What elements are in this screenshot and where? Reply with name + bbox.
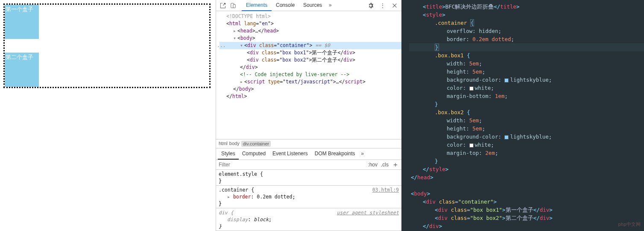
editor-line: color: white; — [409, 141, 644, 149]
device-toggle-icon[interactable] — [228, 0, 238, 11]
devtools-panel: Elements Console Sources » ⋮ <!DOCTYPE h… — [216, 0, 401, 231]
editor-line — [409, 181, 644, 190]
editor-line: } — [409, 157, 644, 165]
editor-line: border: 0.2em dotted; — [409, 35, 644, 43]
editor-line: <style> — [409, 11, 644, 19]
color-swatch-icon — [469, 86, 474, 91]
code-editor[interactable]: <title>BFC解决外边距折叠</title> <style> .conta… — [401, 0, 644, 231]
tab-sources[interactable]: Sources — [299, 0, 326, 11]
hov-toggle[interactable]: :hov — [368, 162, 378, 168]
crumb-html[interactable]: html — [219, 141, 228, 147]
editor-line: <div class="container"> — [409, 198, 644, 206]
editor-line: height: 5em; — [409, 68, 644, 76]
styles-tabs: Styles Computed Event Listeners DOM Brea… — [216, 148, 401, 160]
editor-line: </div> — [409, 222, 644, 230]
styles-body: element.style { } 03.html:9 .container {… — [216, 170, 401, 231]
devtools-header-actions: ⋮ — [366, 0, 400, 11]
editor-line: color: white; — [409, 84, 644, 92]
editor-line: width: 5em; — [409, 59, 644, 68]
dom-container-close[interactable]: </div> — [220, 64, 401, 71]
editor-line: margin-top: 2em; — [409, 149, 644, 157]
dom-container-selected[interactable]: ▾<div class="container"> == $0 — [220, 42, 401, 49]
dom-box1[interactable]: <div class="box box1">第一个盒子</div> — [220, 49, 401, 56]
style-source-link[interactable]: 03.html:9 — [372, 187, 399, 193]
editor-line: <body> — [409, 190, 644, 198]
styles-tab-dom-bp[interactable]: DOM Breakpoints — [311, 148, 359, 160]
tabs-overflow-icon[interactable]: » — [326, 0, 334, 11]
dom-body-open[interactable]: ▾<body> — [220, 35, 401, 42]
dom-comment[interactable]: <!-- Code injected by live-server --> — [220, 71, 401, 78]
dom-script[interactable]: ▸<script type="text/javascript">…</scrip… — [220, 78, 401, 86]
dom-head[interactable]: ▸<head>…</head> — [220, 27, 401, 35]
dom-body-close[interactable]: </body> — [220, 86, 401, 93]
style-source-ua: user agent stylesheet — [337, 209, 399, 216]
editor-line: <div class="box box2">第二个盒子</div> — [409, 214, 644, 222]
editor-line: </head> — [409, 173, 644, 181]
styles-tab-computed[interactable]: Computed — [239, 148, 269, 160]
styles-tab-listeners[interactable]: Event Listeners — [269, 148, 311, 160]
close-icon[interactable] — [389, 0, 400, 11]
editor-line: .container { — [409, 19, 644, 27]
editor-line: .box.box2 { — [409, 108, 644, 116]
editor-line: width: 5em; — [409, 116, 644, 124]
editor-line: .box.box1 { — [409, 51, 644, 59]
more-icon[interactable]: ⋮ — [378, 0, 388, 11]
dom-html-open[interactable]: <html lang="en"> — [220, 20, 401, 27]
settings-icon[interactable] — [366, 0, 376, 11]
editor-line: background-color: lightskyblue; — [409, 76, 644, 84]
tab-elements[interactable]: Elements — [242, 0, 272, 11]
styles-tabs-overflow-icon[interactable]: » — [358, 148, 366, 160]
editor-line-active: } — [409, 43, 644, 51]
filter-actions: :hov .cls ＋ — [365, 160, 401, 169]
color-swatch-icon — [469, 143, 474, 148]
devtools-header: Elements Console Sources » ⋮ — [216, 0, 401, 11]
color-swatch-icon — [504, 78, 509, 83]
element-style-block[interactable]: element.style { } — [216, 170, 401, 186]
svg-rect-1 — [233, 4, 235, 8]
cls-toggle[interactable]: .cls — [381, 162, 389, 168]
preview-container: 第一个盒子 第二个盒子 — [3, 3, 211, 88]
editor-line: <title>BFC解决外边距折叠</title> — [409, 3, 644, 11]
preview-box2: 第二个盒子 — [5, 53, 39, 87]
dom-box2[interactable]: <div class="box box2">第二个盒子</div> — [220, 56, 401, 64]
container-style-block[interactable]: 03.html:9 .container { ▸ border: 0.2em d… — [216, 186, 401, 208]
div-style-block[interactable]: user agent stylesheet div { display: blo… — [216, 208, 401, 231]
new-style-rule-icon[interactable]: ＋ — [392, 160, 399, 169]
filter-input[interactable] — [216, 160, 365, 169]
tab-console[interactable]: Console — [272, 0, 299, 11]
inspect-icon[interactable] — [218, 0, 228, 11]
dom-doctype[interactable]: <!DOCTYPE html> — [220, 13, 401, 20]
breadcrumb: html body div.container — [216, 139, 401, 148]
watermark: php中文网 — [618, 220, 641, 228]
editor-line: <div class="box box1">第一个盒子</div> — [409, 206, 644, 214]
preview-box1: 第一个盒子 — [5, 5, 39, 39]
editor-line: } — [409, 100, 644, 108]
editor-line: margin-bottom: 1em; — [409, 92, 644, 100]
dom-tree[interactable]: <!DOCTYPE html> <html lang="en"> ▸<head>… — [216, 11, 401, 139]
devtools-tabs: Elements Console Sources » — [242, 0, 366, 11]
dom-html-close[interactable]: </html> — [220, 93, 401, 100]
color-swatch-icon — [504, 135, 509, 139]
editor-line: overflow: hidden; — [409, 27, 644, 35]
filter-row: :hov .cls ＋ — [216, 160, 401, 170]
editor-line: </style> — [409, 165, 644, 173]
editor-line: background-color: lightskyblue; — [409, 133, 644, 141]
crumb-body[interactable]: body — [229, 141, 240, 147]
crumb-container[interactable]: div.container — [241, 141, 271, 147]
styles-tab-styles[interactable]: Styles — [218, 148, 239, 160]
editor-line: height: 5em; — [409, 124, 644, 133]
preview-panel: 第一个盒子 第二个盒子 — [0, 0, 216, 231]
